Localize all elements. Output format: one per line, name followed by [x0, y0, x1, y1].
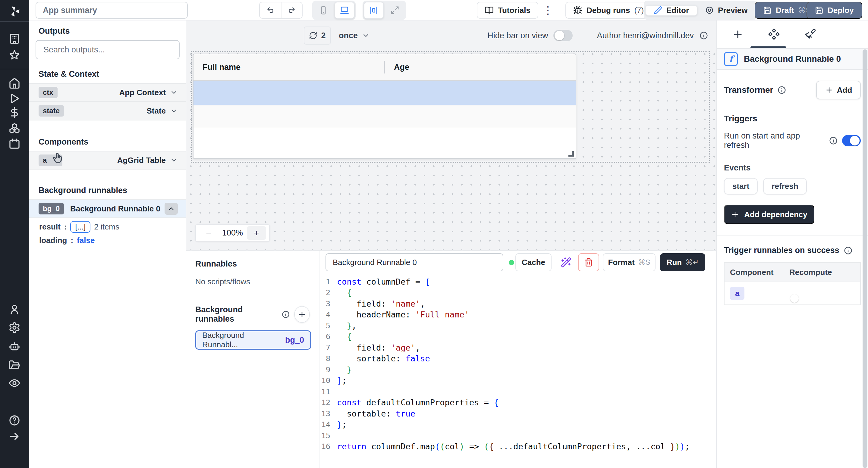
run-button[interactable]: Run ⌘↵ [660, 253, 705, 271]
add-background-runnable-button[interactable] [294, 306, 310, 323]
code-line[interactable]: 10]; [319, 375, 716, 387]
code-area[interactable]: 1const columnDef = [2 {3 field: 'name',4… [319, 276, 716, 468]
sidebar-item-schedules[interactable] [0, 135, 29, 152]
code-line[interactable]: 12const defaultColumnProperties = { [319, 397, 716, 408]
code-line[interactable]: 4 headerName: 'Full name' [319, 309, 716, 321]
sidebar-item-favorites[interactable] [0, 47, 29, 64]
sidebar-item-home[interactable] [0, 75, 29, 92]
author-label: Author henri@windmill.dev [597, 31, 694, 40]
collapse-bg0-button[interactable] [164, 203, 178, 215]
deploy-button[interactable]: Deploy [807, 2, 862, 19]
info-icon[interactable] [829, 136, 838, 145]
runnable-name-input[interactable] [326, 253, 503, 271]
undo-button[interactable] [260, 2, 281, 18]
event-badge-start: start [724, 178, 758, 195]
windmill-logo[interactable] [0, 3, 29, 20]
sidebar-item-resources[interactable] [0, 120, 29, 137]
run-on-start-label: Run on start and app refresh [724, 131, 825, 150]
add-dependency-button[interactable]: Add dependency [724, 205, 814, 224]
format-button[interactable]: Format ⌘S [603, 253, 655, 271]
desktop-view-button[interactable] [335, 2, 354, 19]
preview-tab[interactable]: Preview [698, 6, 755, 15]
code-line[interactable]: 13 sortable: true [319, 408, 716, 419]
code-line[interactable]: 16return columnDef.map((col) => ({ ...de… [319, 441, 716, 452]
zoom-level: 100% [218, 228, 247, 238]
debug-runs-button[interactable]: Debug runs (7) [565, 2, 652, 19]
code-line[interactable]: 5 }, [319, 320, 716, 331]
styling-tab[interactable] [804, 28, 817, 41]
code-line[interactable]: 7 field: 'age', [319, 342, 716, 353]
aggrid-table-component[interactable]: Full name Age [193, 54, 576, 159]
chevron-down-icon[interactable] [170, 156, 178, 164]
code-line[interactable]: 1const columnDef = [ [319, 276, 716, 287]
sidebar-item-settings[interactable] [0, 319, 29, 336]
settings-tab[interactable] [767, 28, 781, 41]
scrollbar[interactable] [863, 49, 867, 468]
table-header-full-name[interactable]: Full name [193, 63, 384, 72]
resize-handle[interactable] [568, 151, 574, 157]
table-row[interactable] [193, 105, 576, 128]
code-line[interactable]: 8 sortable: false [319, 353, 716, 364]
output-row-state[interactable]: state State [29, 102, 186, 121]
home-icon [8, 77, 21, 89]
components-title: Components [29, 137, 186, 147]
frequency-dropdown[interactable]: once [339, 27, 370, 44]
info-icon[interactable] [281, 310, 290, 319]
line-number: 14 [319, 420, 333, 429]
sidebar-item-audit[interactable] [0, 375, 29, 392]
sidebar-item-users[interactable] [0, 301, 29, 318]
chevron-down-icon[interactable] [170, 107, 178, 115]
add-transformer-button[interactable]: Add [816, 81, 861, 99]
table-header-age[interactable]: Age [385, 63, 409, 72]
cache-button[interactable]: Cache [516, 253, 552, 271]
code-line[interactable]: 9 } [319, 364, 716, 375]
output-row-ctx[interactable]: ctx App Context [29, 83, 186, 102]
info-icon[interactable] [699, 31, 708, 40]
expand-canvas-button[interactable] [385, 2, 405, 19]
background-runnable-item[interactable]: Background Runnabl... bg_0 [195, 330, 311, 349]
line-number: 9 [319, 365, 333, 374]
sidebar-item-help[interactable] [0, 412, 29, 429]
code-editor-panel: Cache Format ⌘S Run ⌘↵ 1const columnDef … [319, 250, 716, 468]
sidebar-collapse-arrow[interactable] [0, 428, 29, 445]
canvas-zoom-control: − 100% + [195, 224, 270, 241]
ai-wand-icon[interactable] [561, 257, 571, 268]
mobile-view-button[interactable] [313, 2, 333, 19]
code-line[interactable]: 3 field: 'name', [319, 298, 716, 309]
sidebar-item-workspace[interactable] [0, 30, 29, 47]
sidebar-item-folders[interactable] [0, 356, 29, 373]
code-line[interactable]: 14}; [319, 419, 716, 430]
sidebar-item-variables[interactable] [0, 104, 29, 121]
code-line[interactable]: 6 { [319, 331, 716, 342]
search-outputs-input[interactable] [36, 40, 180, 59]
add-label: Add [837, 86, 852, 95]
delete-runnable-button[interactable] [578, 253, 599, 271]
refresh-icon [309, 31, 317, 40]
run-on-start-toggle[interactable] [842, 135, 861, 146]
zoom-out-button[interactable]: − [199, 228, 218, 238]
code-line[interactable]: 2 { [319, 287, 716, 298]
info-icon[interactable] [844, 246, 852, 255]
sidebar-item-workers[interactable] [0, 338, 29, 355]
result-expand-box[interactable]: [...] [70, 221, 90, 233]
tutorials-button[interactable]: Tutorials [477, 2, 538, 19]
app-canvas[interactable]: 2 once Hide bar on view Author henri@win… [186, 21, 716, 250]
colon: : [64, 222, 67, 232]
output-row-component-a[interactable]: a AgGrid Table [29, 151, 186, 170]
line-number: 8 [319, 354, 333, 363]
output-row-bg0[interactable]: bg_0 Background Runnable 0 [29, 199, 186, 218]
redo-button[interactable] [281, 2, 302, 18]
insert-tab[interactable] [731, 28, 744, 41]
more-options-button[interactable]: ⋮ [542, 2, 555, 19]
table-row-selected[interactable] [193, 81, 576, 105]
editor-tab[interactable]: Editor [645, 5, 698, 16]
center-align-button[interactable] [364, 2, 384, 19]
app-summary-input[interactable] [36, 2, 188, 19]
code-line[interactable]: 11 [319, 386, 716, 397]
hide-bar-toggle[interactable] [553, 30, 572, 41]
code-line[interactable]: 15 [319, 430, 716, 441]
zoom-in-button[interactable]: + [247, 226, 266, 240]
refresh-count-button[interactable]: 2 [304, 27, 331, 44]
chevron-down-icon[interactable] [170, 89, 178, 96]
info-icon[interactable] [777, 86, 786, 95]
